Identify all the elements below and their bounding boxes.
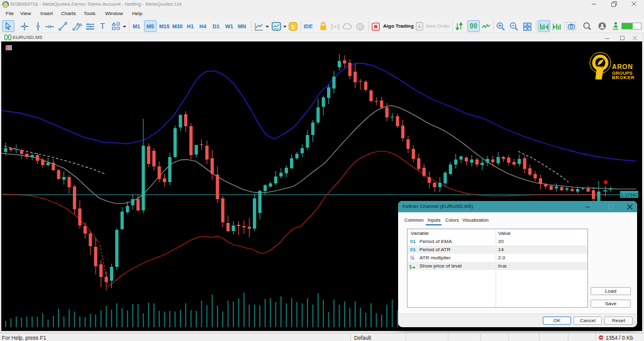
- svg-text:BROKER: BROKER: [612, 75, 635, 80]
- svg-text:ARON: ARON: [612, 63, 633, 70]
- svg-text:$: $: [291, 23, 295, 30]
- svg-text:LVL: LVL: [613, 27, 618, 31]
- svg-text:1.17342: 1.17342: [621, 192, 638, 198]
